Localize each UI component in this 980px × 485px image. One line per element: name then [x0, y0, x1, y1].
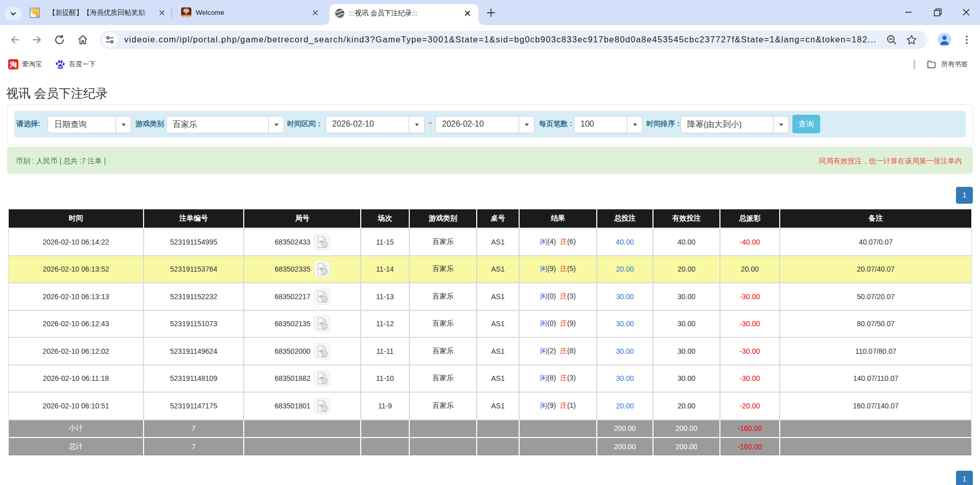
- svg-text:du: du: [58, 64, 62, 68]
